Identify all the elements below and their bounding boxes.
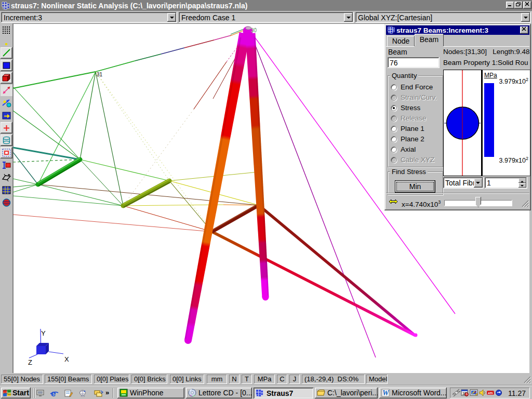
svg-text:31: 31 <box>97 72 103 77</box>
svg-text:30: 30 <box>251 28 257 33</box>
svg-text:Y: Y <box>41 329 46 337</box>
svg-text:X: X <box>64 355 69 363</box>
svg-text:Z: Z <box>28 358 32 366</box>
svg-text:W: W <box>382 389 390 397</box>
svg-text:ATI: ATI <box>488 392 493 395</box>
